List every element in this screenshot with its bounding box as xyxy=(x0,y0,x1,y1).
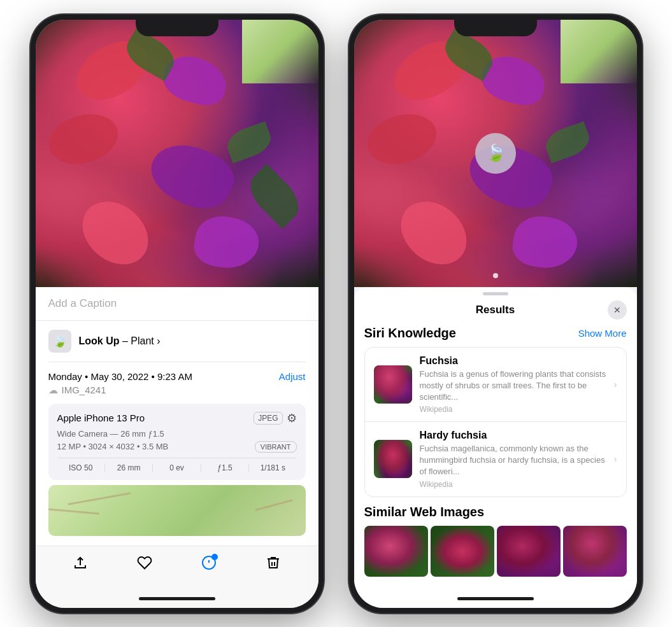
lookup-leaf-icon: 🍃 xyxy=(485,143,506,163)
fuchsia-text: Fuchsia Fuchsia is a genus of flowering … xyxy=(420,355,606,414)
caption-placeholder[interactable]: Add a Caption xyxy=(48,297,117,309)
info-section: 🍃 Look Up – Plant › Monday • May 30, 202… xyxy=(36,321,318,546)
cloud-icon: ☁ xyxy=(48,384,58,396)
phones-container: Add a Caption 🍃 Look Up – Plant › xyxy=(18,2,655,626)
map-road-1 xyxy=(68,492,131,505)
visual-lookup-badge[interactable]: 🍃 xyxy=(475,133,516,174)
results-handle xyxy=(354,287,637,298)
mp-text: 12 MP • 3024 × 4032 • 3.5 MB xyxy=(57,442,169,451)
siri-knowledge-title: Siri Knowledge xyxy=(364,326,456,341)
camera-model: Apple iPhone 13 Pro xyxy=(57,412,145,423)
look-up-icon: 🍃 xyxy=(48,330,71,353)
hardy-fuchsia-desc: Fuchsia magellanica, commonly known as t… xyxy=(420,443,606,478)
close-icon: ✕ xyxy=(613,305,621,315)
similar-image-4[interactable] xyxy=(563,526,627,577)
camera-settings-icon[interactable]: ⚙ xyxy=(287,411,297,425)
exif-iso: ISO 50 xyxy=(57,463,105,472)
close-button[interactable]: ✕ xyxy=(608,300,627,320)
fuchsia-chevron: › xyxy=(614,379,617,390)
fuchsia-thumb xyxy=(374,365,412,404)
favorite-button[interactable] xyxy=(137,555,152,574)
exif-row: ISO 50 26 mm 0 ev ƒ1.5 1/181 s xyxy=(57,458,297,472)
left-toolbar xyxy=(36,546,318,590)
similar-section: Similar Web Images xyxy=(364,505,627,577)
date-row: Monday • May 30, 2022 • 9:23 AM ☁ IMG_42… xyxy=(48,362,306,398)
right-home-indicator xyxy=(354,590,637,608)
camera-lens: Wide Camera — 26 mm ƒ1.5 xyxy=(57,429,297,439)
exif-aperture: ƒ1.5 xyxy=(201,463,249,472)
handle-bar xyxy=(483,292,508,295)
camera-block: Apple iPhone 13 Pro JPEG ⚙ Wide Camera —… xyxy=(48,404,306,480)
results-header: Results ✕ xyxy=(354,298,637,326)
siri-knowledge-header: Siri Knowledge Show More xyxy=(364,326,627,341)
hardy-thumb-img xyxy=(374,440,412,478)
show-more-button[interactable]: Show More xyxy=(578,328,627,339)
photo-area[interactable] xyxy=(36,20,318,287)
hardy-fuchsia-text: Hardy fuchsia Fuchsia magellanica, commo… xyxy=(420,430,606,489)
left-phone-screen: Add a Caption 🍃 Look Up – Plant › xyxy=(36,20,318,608)
similar-image-2[interactable] xyxy=(431,526,494,577)
fuchsia-desc: Fuchsia is a genus of flowering plants t… xyxy=(420,369,606,404)
home-bar xyxy=(139,597,215,600)
camera-badges: JPEG ⚙ xyxy=(254,411,296,425)
vibrant-badge: VIBRANT xyxy=(255,441,297,453)
info-badge-dot xyxy=(211,554,218,560)
camera-header: Apple iPhone 13 Pro JPEG ⚙ xyxy=(57,411,297,425)
home-indicator xyxy=(36,590,318,608)
look-up-row[interactable]: 🍃 Look Up – Plant › xyxy=(48,321,306,362)
knowledge-card: Fuchsia Fuchsia is a genus of flowering … xyxy=(364,347,627,497)
camera-mp-row: 12 MP • 3024 × 4032 • 3.5 MB VIBRANT xyxy=(57,441,297,453)
caption-area[interactable]: Add a Caption xyxy=(36,287,318,321)
badge-dot xyxy=(493,273,498,278)
date-info: Monday • May 30, 2022 • 9:23 AM ☁ IMG_42… xyxy=(48,371,192,396)
fuchsia-source: Wikipedia xyxy=(420,405,606,414)
right-phone-screen: 🍃 Results ✕ xyxy=(354,20,637,608)
map-road-2 xyxy=(48,508,99,514)
right-photo-area: 🍃 xyxy=(354,20,637,287)
hardy-chevron: › xyxy=(614,454,617,464)
results-title: Results xyxy=(383,304,608,316)
look-up-text: Look Up xyxy=(79,335,120,346)
similar-images-row xyxy=(364,526,627,577)
exif-shutter: 1/181 s xyxy=(249,463,296,472)
results-panel: Results ✕ Siri Knowledge Show More xyxy=(354,287,637,590)
fuchsia-item[interactable]: Fuchsia Fuchsia is a genus of flowering … xyxy=(365,348,626,423)
left-phone: Add a Caption 🍃 Look Up – Plant › xyxy=(31,15,324,613)
info-button[interactable] xyxy=(201,555,217,574)
similar-image-3[interactable] xyxy=(497,526,561,577)
exif-focal: 26 mm xyxy=(105,463,153,472)
date-text: Monday • May 30, 2022 • 9:23 AM xyxy=(48,371,192,382)
fuchsia-thumb-img xyxy=(374,365,412,404)
similar-image-1[interactable] xyxy=(364,526,428,577)
results-content: Siri Knowledge Show More Fuchsia Fuchsia… xyxy=(354,326,637,590)
adjust-button[interactable]: Adjust xyxy=(279,371,306,382)
look-up-label: Look Up – Plant › xyxy=(79,335,161,347)
look-up-subject: Plant xyxy=(131,335,154,346)
exif-ev: 0 ev xyxy=(153,463,201,472)
share-button[interactable] xyxy=(73,555,88,574)
filename-row: ☁ IMG_4241 xyxy=(48,384,192,396)
hardy-fuchsia-item[interactable]: Hardy fuchsia Fuchsia magellanica, commo… xyxy=(365,422,626,497)
hardy-fuchsia-source: Wikipedia xyxy=(420,480,606,489)
right-home-bar xyxy=(457,597,534,600)
map-road-3 xyxy=(255,499,292,511)
right-phone: 🍃 Results ✕ xyxy=(349,15,642,613)
format-badge: JPEG xyxy=(254,412,282,425)
hardy-fuchsia-thumb xyxy=(374,440,412,478)
right-sky xyxy=(561,20,637,83)
fuchsia-name: Fuchsia xyxy=(420,355,606,367)
hardy-fuchsia-name: Hardy fuchsia xyxy=(420,430,606,441)
sky-overlay xyxy=(242,20,318,83)
filename: IMG_4241 xyxy=(62,384,106,395)
similar-title: Similar Web Images xyxy=(364,505,627,519)
map-thumbnail[interactable] xyxy=(48,485,306,536)
delete-button[interactable] xyxy=(266,555,281,574)
